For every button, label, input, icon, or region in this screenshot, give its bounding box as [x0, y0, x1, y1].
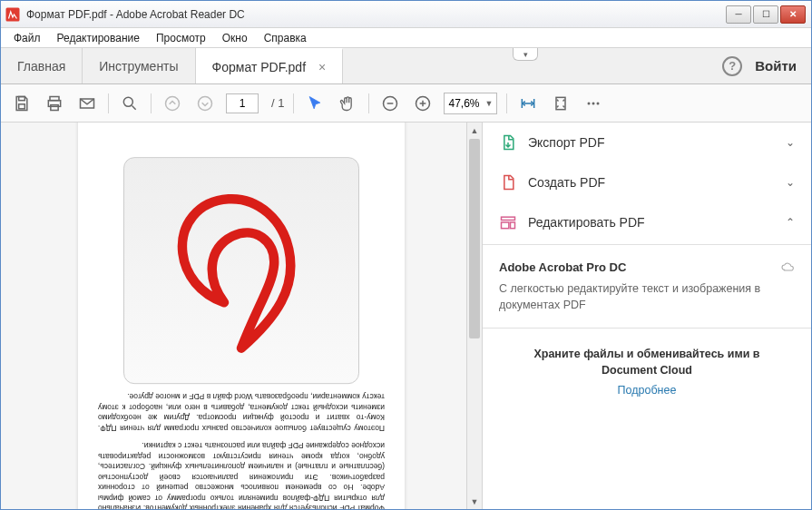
separator [108, 93, 109, 113]
pdf-page: Формат PDF используется для хранения эле… [78, 123, 405, 509]
separator [506, 93, 507, 113]
page-number-input[interactable] [226, 93, 259, 113]
chevron-down-icon: ⌄ [786, 176, 795, 189]
next-page-icon[interactable] [193, 92, 217, 115]
search-icon[interactable] [118, 92, 142, 115]
svg-point-8 [166, 96, 180, 110]
close-button[interactable]: ✕ [780, 5, 806, 24]
print-icon[interactable] [43, 92, 66, 115]
tab-tools-label: Инструменты [99, 59, 178, 74]
scroll-down-icon[interactable]: ▼ [467, 494, 482, 509]
zoom-out-icon[interactable] [378, 92, 402, 115]
menu-edit[interactable]: Редактирование [50, 30, 147, 46]
hand-tool-icon[interactable] [336, 92, 359, 115]
cloud-icon [780, 260, 795, 274]
panel-edit-pdf[interactable]: Редактировать PDF ⌃ [483, 202, 811, 242]
svg-point-15 [597, 102, 600, 104]
svg-point-14 [592, 102, 595, 104]
cloud-learn-more-link[interactable]: Подробнее [618, 384, 677, 397]
edit-icon [499, 213, 517, 231]
menu-help[interactable]: Справка [257, 30, 314, 46]
vertical-scrollbar[interactable]: ▲ ▼ [466, 123, 482, 509]
tab-document-label: Формат PDF.pdf [212, 60, 306, 74]
cloud-promo-block: Храните файлы и обменивайтесь ими в Docu… [483, 330, 811, 413]
zoom-value: 47,6% [448, 97, 479, 110]
select-tool-icon[interactable] [303, 92, 327, 115]
svg-point-13 [588, 102, 591, 104]
panel-edit-label: Редактировать PDF [528, 215, 775, 230]
separator [293, 93, 294, 113]
tab-home-label: Главная [17, 59, 65, 74]
divider [483, 244, 811, 245]
document-paragraph: Поэтому существует большое количество ра… [98, 391, 385, 433]
svg-rect-18 [511, 222, 515, 229]
maximize-button[interactable]: ☐ [753, 5, 778, 24]
tab-close-icon[interactable]: × [318, 60, 326, 74]
divider [483, 328, 811, 329]
minimize-button[interactable]: ─ [726, 5, 751, 24]
zoom-in-icon[interactable] [411, 92, 435, 115]
svg-rect-2 [19, 103, 25, 108]
pro-title-label: Adobe Acrobat Pro DC [499, 260, 626, 274]
svg-rect-16 [502, 217, 515, 220]
fit-page-icon[interactable] [549, 92, 572, 115]
pro-promo-block: Adobe Acrobat Pro DC С легкостью редакти… [483, 247, 811, 326]
scroll-up-icon[interactable]: ▲ [467, 123, 482, 138]
cloud-title: Храните файлы и обменивайтесь ими в Docu… [510, 347, 784, 378]
svg-point-9 [199, 96, 212, 110]
scrollbar-thumb[interactable] [469, 139, 480, 338]
menu-window[interactable]: Окно [215, 30, 255, 46]
svg-rect-5 [51, 104, 58, 110]
prev-page-icon[interactable] [161, 92, 184, 115]
toolbar: / 1 47,6% ▼ [1, 84, 811, 123]
app-icon [5, 6, 21, 23]
create-icon [499, 173, 517, 191]
panel-export-label: Экспорт PDF [528, 135, 775, 150]
svg-rect-1 [19, 96, 25, 100]
zoom-select[interactable]: 47,6% ▼ [444, 93, 497, 114]
chevron-up-icon: ⌃ [786, 216, 795, 229]
document-paragraph: Формат PDF используется для хранения эле… [98, 440, 385, 509]
chevron-down-icon: ▼ [485, 99, 494, 108]
panel-create-pdf[interactable]: Создать PDF ⌄ [483, 162, 811, 202]
panel-create-label: Создать PDF [528, 175, 775, 190]
signin-button[interactable]: Войти [755, 58, 797, 74]
menubar: Файл Редактирование Просмотр Окно Справк… [1, 28, 811, 48]
separator [368, 93, 369, 113]
tabbar: Главная Инструменты Формат PDF.pdf × ▾ ?… [1, 48, 811, 84]
titlebar: Формат PDF.pdf - Adobe Acrobat Reader DC… [1, 1, 811, 28]
toolbar-collapse-handle[interactable]: ▾ [513, 48, 538, 61]
document-viewport[interactable]: Формат PDF используется для хранения эле… [1, 123, 483, 509]
more-icon[interactable] [582, 92, 605, 115]
svg-point-7 [123, 97, 132, 106]
tab-tools[interactable]: Инструменты [83, 48, 195, 83]
chevron-down-icon: ⌄ [786, 136, 795, 149]
separator [151, 93, 152, 113]
svg-rect-17 [502, 222, 509, 229]
menu-view[interactable]: Просмотр [149, 30, 213, 46]
tab-document[interactable]: Формат PDF.pdf × [196, 48, 344, 83]
svg-rect-0 [6, 7, 20, 21]
fit-width-icon[interactable] [516, 92, 540, 115]
email-icon[interactable] [75, 92, 99, 115]
svg-rect-12 [556, 97, 565, 109]
tools-sidepanel: Экспорт PDF ⌄ Создать PDF ⌄ Редактироват… [483, 123, 811, 509]
window-title: Формат PDF.pdf - Adobe Acrobat Reader DC [26, 8, 726, 21]
panel-export-pdf[interactable]: Экспорт PDF ⌄ [483, 123, 811, 162]
page-total-label: / 1 [271, 96, 284, 110]
tab-home[interactable]: Главная [1, 48, 83, 83]
save-icon[interactable] [10, 92, 34, 115]
export-icon [499, 133, 517, 152]
pro-text: С легкостью редактируйте текст и изображ… [499, 281, 795, 313]
help-button[interactable]: ? [722, 56, 742, 76]
menu-file[interactable]: Файл [6, 30, 48, 46]
pdf-logo-image [123, 157, 359, 384]
